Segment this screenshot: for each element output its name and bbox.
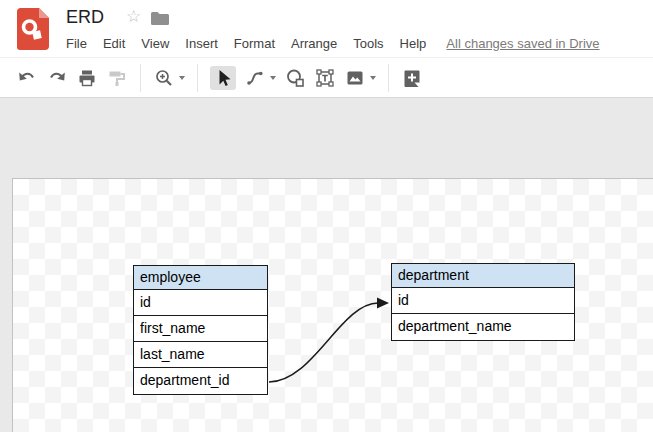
entity-title[interactable]: department (392, 264, 574, 288)
menu-arrange[interactable]: Arrange (283, 34, 345, 53)
toolbar-separator (388, 64, 389, 92)
entity-field[interactable]: id (392, 288, 574, 314)
entity-field[interactable]: first_name (134, 316, 267, 342)
print-icon (77, 68, 97, 88)
entity-field[interactable]: department_id (134, 368, 267, 394)
toolbar-separator (197, 64, 198, 92)
menu-help[interactable]: Help (392, 34, 435, 53)
toolbar-separator (140, 64, 141, 92)
menu-view[interactable]: View (133, 34, 177, 53)
redo-icon (47, 68, 67, 88)
paint-format-button[interactable] (106, 66, 128, 90)
line-curve-icon (245, 68, 265, 88)
arrowhead (377, 298, 389, 309)
paint-format-icon (107, 68, 127, 88)
entity-field[interactable]: last_name (134, 342, 267, 368)
entity-table-department[interactable]: department id department_name (391, 263, 575, 341)
entity-title[interactable]: employee (134, 266, 267, 290)
menu-insert[interactable]: Insert (177, 34, 226, 53)
menu-format[interactable]: Format (226, 34, 283, 53)
star-icon[interactable]: ☆ (126, 8, 141, 26)
text-box-button[interactable] (314, 66, 336, 90)
print-button[interactable] (76, 66, 98, 90)
menu-file[interactable]: File (58, 34, 95, 53)
image-icon (345, 68, 365, 88)
insert-comment-icon (402, 68, 422, 88)
drawing-canvas[interactable]: employee id first_name last_name departm… (12, 178, 653, 432)
folder-icon[interactable] (151, 11, 169, 29)
zoom-dropdown-caret[interactable] (179, 76, 185, 80)
image-dropdown-caret[interactable] (370, 76, 376, 80)
image-button[interactable] (344, 66, 366, 90)
entity-field[interactable]: department_name (392, 314, 574, 340)
google-drawings-window: ERD ☆ File Edit View Insert Format Arran… (0, 0, 653, 432)
shape-tool-button[interactable] (284, 66, 306, 90)
line-dropdown-caret[interactable] (270, 76, 276, 80)
menu-edit[interactable]: Edit (95, 34, 133, 53)
select-cursor-icon (213, 68, 233, 88)
text-box-icon (315, 68, 335, 88)
toolbar (0, 57, 653, 98)
undo-icon (17, 68, 37, 88)
header-bar: ERD ☆ File Edit View Insert Format Arran… (0, 0, 653, 57)
menu-tools[interactable]: Tools (345, 34, 391, 53)
redo-button[interactable] (46, 66, 68, 90)
zoom-icon (154, 68, 174, 88)
insert-comment-button[interactable] (401, 66, 423, 90)
shape-icon (285, 68, 305, 88)
select-tool-button[interactable] (210, 66, 236, 90)
entity-table-employee[interactable]: employee id first_name last_name departm… (133, 265, 268, 395)
save-status-link[interactable]: All changes saved in Drive (446, 34, 599, 53)
menu-bar: File Edit View Insert Format Arrange Too… (58, 34, 600, 53)
line-tool-button[interactable] (244, 66, 266, 90)
zoom-button[interactable] (153, 66, 175, 90)
document-title[interactable]: ERD (66, 7, 104, 28)
google-drawings-icon[interactable] (17, 8, 49, 54)
entity-field[interactable]: id (134, 290, 267, 316)
undo-button[interactable] (16, 66, 38, 90)
